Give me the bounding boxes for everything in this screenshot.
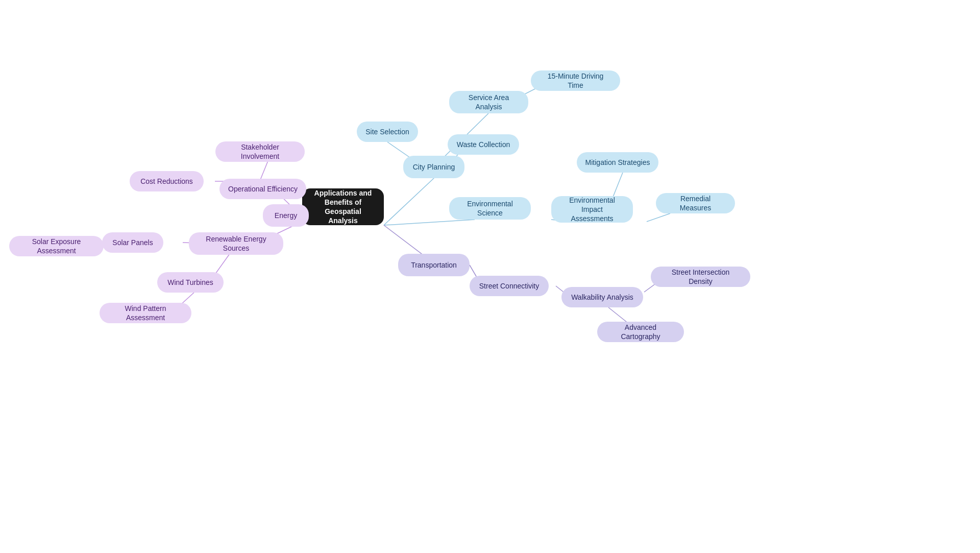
energy-label: Energy xyxy=(275,211,297,220)
solar-panels-node[interactable]: Solar Panels xyxy=(102,232,163,253)
waste-collection-label: Waste Collection xyxy=(457,140,510,149)
solar-panels-label: Solar Panels xyxy=(112,238,153,247)
renewable-label: Renewable Energy Sources xyxy=(197,234,275,253)
renewable-node[interactable]: Renewable Energy Sources xyxy=(189,232,283,255)
site-selection-node[interactable]: Site Selection xyxy=(357,122,418,142)
svg-line-5 xyxy=(384,220,475,225)
remedial-label: Remedial Measures xyxy=(664,194,727,212)
transportation-node[interactable]: Transportation xyxy=(398,254,470,276)
remedial-node[interactable]: Remedial Measures xyxy=(656,193,735,213)
operational-eff-node[interactable]: Operational Efficiency xyxy=(219,179,306,199)
advanced-carto-node[interactable]: Advanced Cartography xyxy=(597,322,684,342)
environmental-science-label: Environmental Science xyxy=(457,199,523,218)
city-planning-node[interactable]: City Planning xyxy=(403,156,464,178)
wind-pattern-node[interactable]: Wind Pattern Assessment xyxy=(100,303,191,323)
walkability-label: Walkability Analysis xyxy=(571,293,633,302)
mitigation-label: Mitigation Strategies xyxy=(585,158,650,167)
cost-reductions-label: Cost Reductions xyxy=(140,177,193,186)
walkability-node[interactable]: Walkability Analysis xyxy=(561,287,643,307)
service-area-label: Service Area Analysis xyxy=(457,93,520,111)
street-connectivity-label: Street Connectivity xyxy=(479,281,540,291)
site-selection-label: Site Selection xyxy=(365,127,409,136)
transportation-label: Transportation xyxy=(411,260,457,270)
wind-pattern-label: Wind Pattern Assessment xyxy=(108,304,183,322)
wind-turbines-label: Wind Turbines xyxy=(167,278,213,287)
env-impact-node[interactable]: Environmental Impact Assessments xyxy=(551,196,633,223)
waste-collection-node[interactable]: Waste Collection xyxy=(448,134,519,155)
cost-reductions-node[interactable]: Cost Reductions xyxy=(130,171,204,191)
street-density-node[interactable]: Street Intersection Density xyxy=(651,267,750,287)
svg-line-8 xyxy=(647,213,670,222)
solar-exposure-label: Solar Exposure Assessment xyxy=(17,237,95,255)
solar-exposure-node[interactable]: Solar Exposure Assessment xyxy=(9,236,104,256)
env-impact-label: Environmental Impact Assessments xyxy=(559,196,625,224)
environmental-science-node[interactable]: Environmental Science xyxy=(449,197,531,220)
street-density-label: Street Intersection Density xyxy=(659,268,742,286)
energy-node[interactable]: Energy xyxy=(263,204,309,227)
operational-eff-label: Operational Efficiency xyxy=(228,184,298,194)
city-planning-label: City Planning xyxy=(413,162,455,172)
driving-time-label: 15-Minute Driving Time xyxy=(539,71,612,90)
service-area-node[interactable]: Service Area Analysis xyxy=(449,91,528,113)
center-label: Applications and Benefits of Geospatial … xyxy=(309,188,377,226)
street-connectivity-node[interactable]: Street Connectivity xyxy=(470,276,549,296)
advanced-carto-label: Advanced Cartography xyxy=(605,323,676,341)
svg-line-0 xyxy=(384,178,434,225)
mitigation-node[interactable]: Mitigation Strategies xyxy=(577,152,658,173)
stakeholder-node[interactable]: Stakeholder Involvement xyxy=(215,141,305,162)
driving-time-node[interactable]: 15-Minute Driving Time xyxy=(531,70,620,91)
stakeholder-label: Stakeholder Involvement xyxy=(224,142,297,161)
center-node[interactable]: Applications and Benefits of Geospatial … xyxy=(302,188,384,225)
wind-turbines-node[interactable]: Wind Turbines xyxy=(157,272,224,293)
